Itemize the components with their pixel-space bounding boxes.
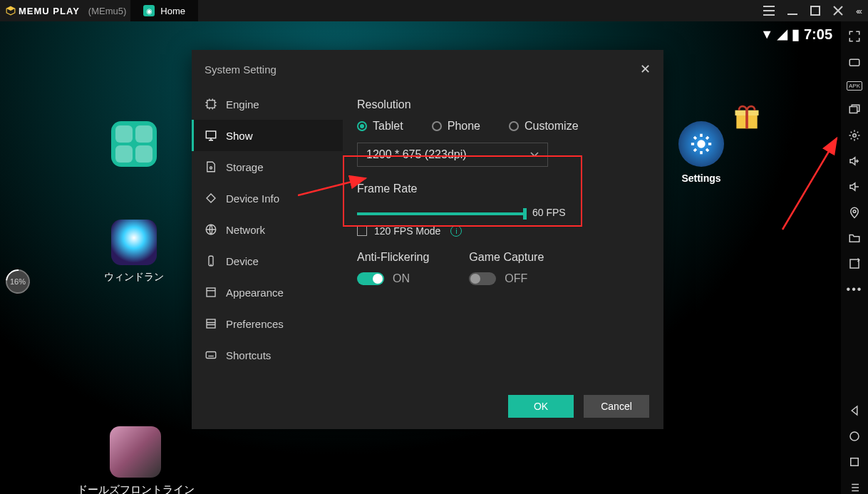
nav-device[interactable]: Device [192, 245, 343, 277]
svg-marker-1 [6, 6, 15, 11]
clock: 7:05 [804, 26, 832, 43]
nav-appearance[interactable]: Appearance [192, 277, 343, 308]
volume-down-icon[interactable] [848, 180, 861, 193]
framerate-title: Frame Rate [357, 182, 649, 195]
gamecapture-toggle[interactable] [469, 272, 496, 285]
ok-button[interactable]: OK [508, 395, 574, 418]
gift-icon[interactable] [731, 100, 763, 131]
settings-nav: Engine Show Storage Device Info Network … [192, 88, 343, 402]
checkbox-box [357, 226, 367, 236]
resolution-select[interactable]: 1200 * 675 (223dpi) [357, 143, 548, 167]
tab-home[interactable]: ◉ Home [130, 0, 198, 21]
maximize-icon[interactable] [810, 6, 820, 16]
app-windrun[interactable]: ウィンドラン [98, 220, 170, 284]
desktop: ▼ ◢ ▮ 7:05 ウィンドラン Settings ドールズフロントライン 1… [0, 21, 841, 494]
rotate-icon[interactable] [848, 257, 861, 270]
wifi-icon: ▼ [760, 27, 773, 42]
tab-label: Home [160, 6, 185, 16]
android-statusbar: ▼ ◢ ▮ 7:05 [760, 26, 832, 43]
app-label: Settings [666, 173, 737, 184]
settings-dialog: System Setting ✕ Engine Show Storage Dev… [192, 50, 663, 429]
app-dolls[interactable]: ドールズフロントライン [71, 426, 200, 494]
annotation-arrow-2 [780, 134, 842, 234]
fps-120-checkbox[interactable]: 120 FPS Mode i [357, 225, 649, 237]
framerate-slider[interactable]: 60 FPS [357, 212, 525, 215]
antiflicker-state: ON [393, 272, 410, 285]
chevron-down-icon [530, 152, 539, 158]
svg-rect-20 [849, 107, 857, 113]
resolution-title: Resolution [357, 98, 649, 111]
svg-rect-25 [851, 458, 859, 466]
recent-icon[interactable] [848, 456, 861, 468]
battery-icon: ▮ [792, 26, 800, 43]
brand-text: MEMU PLAY [19, 6, 80, 16]
svg-rect-2 [811, 6, 820, 15]
right-sidebar: APK ••• [841, 21, 868, 494]
checkbox-label: 120 FPS Mode [374, 225, 440, 237]
signal-icon: ◢ [777, 26, 787, 42]
close-icon[interactable] [833, 6, 843, 16]
slider-thumb[interactable] [523, 208, 527, 220]
nav-engine[interactable]: Engine [192, 88, 343, 120]
home-icon: ◉ [143, 5, 155, 16]
collapse-icon[interactable]: ‹‹‹ [856, 6, 861, 16]
svg-rect-14 [206, 352, 216, 359]
titlebar: MEMU PLAY (MEmu5) ◉ Home ‹‹‹ [0, 0, 868, 21]
gamecapture-state: OFF [505, 272, 527, 285]
svg-rect-13 [207, 319, 215, 328]
volume-up-icon[interactable] [848, 155, 861, 168]
svg-rect-6 [745, 110, 748, 129]
antiflicker-toggle[interactable] [357, 272, 384, 285]
nav-device-info[interactable]: Device Info [192, 182, 343, 214]
svg-rect-12 [207, 288, 215, 297]
minimize-icon[interactable] [787, 6, 797, 16]
gear-icon[interactable] [848, 129, 861, 142]
radio-phone[interactable]: Phone [432, 120, 480, 133]
hamburger-icon[interactable] [763, 6, 775, 16]
location-icon[interactable] [848, 206, 861, 219]
antiflicker-title: Anti-Flickering [357, 251, 429, 264]
app-label: ウィンドラン [98, 271, 170, 284]
back-icon[interactable] [848, 404, 861, 417]
nav-preferences[interactable]: Preferences [192, 308, 343, 339]
svg-rect-7 [207, 101, 215, 108]
app-label: ドールズフロントライン [71, 483, 200, 494]
framerate-value: 60 FPS [532, 207, 566, 218]
svg-point-3 [697, 140, 705, 148]
svg-line-18 [782, 138, 837, 230]
svg-point-22 [853, 210, 856, 213]
battery-ring: 16% [1, 264, 35, 299]
apk-icon[interactable]: APK [847, 81, 862, 91]
more-icon[interactable]: ••• [847, 283, 863, 296]
dialog-title: System Setting [205, 63, 277, 76]
dialog-close-icon[interactable]: ✕ [640, 61, 651, 77]
gamecapture-title: Game Capture [469, 251, 544, 264]
nav-show[interactable]: Show [192, 120, 343, 151]
home-nav-icon[interactable] [848, 430, 861, 443]
svg-point-24 [850, 432, 859, 441]
svg-rect-8 [206, 131, 216, 138]
fullscreen-icon[interactable] [848, 30, 861, 43]
svg-point-21 [853, 134, 857, 138]
radio-tablet[interactable]: Tablet [357, 120, 403, 133]
radio-customize[interactable]: Customize [509, 120, 579, 133]
nav-shortcuts[interactable]: Shortcuts [192, 339, 343, 371]
instance-label: (MEmu5) [88, 6, 126, 16]
app-settings[interactable]: Settings [666, 121, 737, 184]
list-icon[interactable] [848, 481, 861, 494]
app-folder[interactable] [98, 121, 170, 173]
keymap-icon[interactable] [848, 56, 861, 68]
svg-point-9 [210, 167, 212, 169]
folder-icon[interactable] [848, 232, 861, 245]
brand-logo: MEMU PLAY [0, 6, 86, 16]
svg-rect-23 [850, 259, 859, 268]
select-value: 1200 * 675 (223dpi) [366, 148, 467, 161]
nav-storage[interactable]: Storage [192, 151, 343, 182]
info-icon[interactable]: i [450, 225, 462, 237]
cancel-button[interactable]: Cancel [584, 395, 649, 418]
nav-network[interactable]: Network [192, 214, 343, 245]
multiwindow-icon[interactable] [848, 103, 861, 116]
svg-rect-19 [849, 59, 859, 66]
